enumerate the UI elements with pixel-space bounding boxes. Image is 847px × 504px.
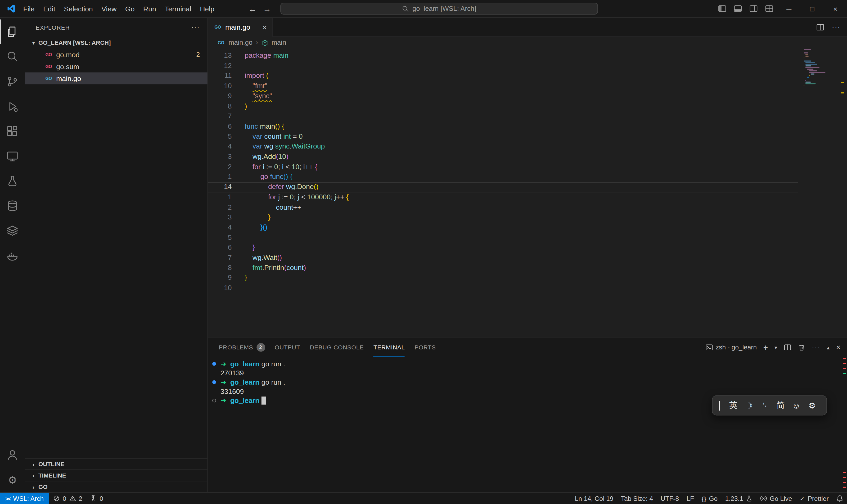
ime-emoji-button[interactable]: ☺ [789, 401, 805, 410]
close-panel-icon[interactable]: × [836, 343, 841, 352]
folder-root[interactable]: ▾ GO_LEARN [WSL: ARCH] [25, 37, 208, 49]
code-line[interactable]: 6 } [208, 243, 798, 253]
maximize-panel-icon[interactable]: ▴ [827, 344, 830, 350]
go-live-button[interactable]: Go Live [756, 492, 796, 504]
activity-layers-icon[interactable] [0, 218, 25, 243]
terminal-row[interactable]: 331609 [212, 387, 847, 396]
file-row-go-mod[interactable]: GO go.mod 2 [25, 49, 208, 60]
code-line[interactable]: 10 [208, 283, 798, 293]
accounts-icon[interactable] [0, 442, 25, 467]
menu-selection[interactable]: Selection [59, 3, 97, 14]
tab-main-go[interactable]: GO main.go × [208, 18, 273, 37]
indentation[interactable]: Tab Size: 4 [617, 492, 657, 504]
code-line[interactable]: 3 wg.Add(10) [208, 152, 798, 162]
forward-arrow-icon[interactable]: → [263, 4, 271, 13]
breadcrumb-file[interactable]: main.go [229, 39, 253, 47]
menu-run[interactable]: Run [139, 3, 160, 14]
menu-help[interactable]: Help [196, 3, 219, 14]
minimize-button[interactable]: ─ [777, 0, 801, 18]
ports-status[interactable]: 0 [86, 492, 107, 504]
code-line[interactable]: 10 "fmt" [208, 81, 798, 91]
panel-tab-output[interactable]: OUTPUT [275, 338, 300, 357]
kill-terminal-icon[interactable] [798, 344, 806, 351]
panel-tab-ports[interactable]: PORTS [415, 338, 436, 357]
remote-indicator[interactable]: >< WSL: Arch [0, 492, 49, 504]
problems-status[interactable]: 0 2 [49, 492, 86, 504]
breadcrumb-symbol[interactable]: main [272, 39, 286, 47]
terminal-dropdown-icon[interactable]: ▾ [774, 344, 777, 350]
tab-close-icon[interactable]: × [262, 23, 267, 32]
activity-testing-icon[interactable] [0, 168, 25, 194]
menu-go[interactable]: Go [121, 3, 139, 14]
terminal-instance-label[interactable]: zsh - go_learn [705, 344, 757, 351]
section-timeline[interactable]: ›TIMELINE [25, 469, 208, 481]
settings-gear-icon[interactable]: ⚙ [0, 467, 25, 492]
activity-remote-explorer-icon[interactable] [0, 144, 25, 168]
code-line[interactable]: 2 for i := 0; i < 10; i++ { [208, 162, 798, 172]
minimap[interactable] [804, 49, 839, 88]
ime-halfwidth-moon-icon[interactable]: ☽ [741, 400, 757, 410]
panel-tab-problems[interactable]: PROBLEMS2 [219, 338, 265, 357]
editor-more-actions-icon[interactable]: ··· [832, 23, 841, 32]
file-row-main-go[interactable]: GO main.go [25, 72, 208, 84]
back-arrow-icon[interactable]: ← [249, 4, 257, 13]
split-editor-icon[interactable] [816, 23, 825, 32]
code-line[interactable]: 14 defer wg.Done() [208, 182, 798, 192]
code-line[interactable]: 7 [208, 111, 798, 122]
terminal-row[interactable]: ➜ go_learn go run . [212, 359, 847, 368]
code-line[interactable]: 8) [208, 102, 798, 111]
menu-terminal[interactable]: Terminal [160, 3, 196, 14]
code-line[interactable]: 4 }() [208, 222, 798, 233]
section-outline[interactable]: ›OUTLINE [25, 458, 208, 470]
code-line[interactable]: 13package main [208, 51, 798, 61]
code-line[interactable]: 8 fmt.Println(count) [208, 263, 798, 273]
activity-run-debug-icon[interactable] [0, 94, 25, 119]
code-line[interactable]: 5 [208, 233, 798, 243]
code-line[interactable]: 2 count++ [208, 202, 798, 212]
activity-extensions-icon[interactable] [0, 119, 25, 144]
code-line[interactable]: 9 "sync" [208, 91, 798, 102]
file-row-go-sum[interactable]: GO go.sum [25, 60, 208, 73]
menu-edit[interactable]: Edit [39, 3, 59, 14]
notifications-bell[interactable] [832, 492, 847, 504]
code-line[interactable]: 4 var wg sync.WaitGroup [208, 142, 798, 152]
code-line[interactable]: 1 go func() { [208, 172, 798, 182]
activity-search-icon[interactable] [0, 44, 25, 69]
code-line[interactable]: 3 } [208, 213, 798, 222]
terminal-row[interactable]: 270139 [212, 368, 847, 378]
maximize-button[interactable]: □ [800, 0, 824, 18]
menu-file[interactable]: File [19, 3, 39, 14]
code-line[interactable]: 1 for j := 0; j < 100000; j++ { [208, 192, 798, 202]
panel-tab-debug-console[interactable]: DEBUG CONSOLE [310, 338, 364, 357]
prettier-status[interactable]: ✓Prettier [796, 492, 832, 504]
command-center-search[interactable]: go_learn [WSL: Arch] [280, 3, 598, 15]
new-terminal-icon[interactable]: + [763, 343, 768, 352]
customize-layout-icon[interactable] [765, 4, 774, 13]
ime-language-button[interactable]: 英 [725, 400, 741, 411]
close-window-button[interactable]: × [824, 0, 847, 18]
ime-simplified-button[interactable]: 简 [773, 400, 789, 411]
menu-view[interactable]: View [97, 3, 121, 14]
ime-settings-icon[interactable]: ⚙ [804, 400, 820, 410]
panel-tab-terminal[interactable]: TERMINAL [374, 338, 405, 357]
panel-more-actions-icon[interactable]: ··· [812, 343, 821, 352]
code-line[interactable]: 5 var count int = 0 [208, 131, 798, 142]
explorer-more-actions-icon[interactable]: ··· [191, 23, 200, 32]
cursor-position[interactable]: Ln 14, Col 19 [571, 492, 617, 504]
go-version[interactable]: 1.23.1 [722, 492, 756, 504]
activity-database-icon[interactable] [0, 194, 25, 218]
terminal-row[interactable]: ➜ go_learn go run . [212, 378, 847, 387]
eol-sequence[interactable]: LF [683, 492, 698, 504]
language-mode[interactable]: {}Go [698, 492, 722, 504]
code-line[interactable]: 12 [208, 61, 798, 71]
split-terminal-icon[interactable] [784, 344, 791, 351]
activity-docker-icon[interactable] [0, 243, 25, 268]
encoding[interactable]: UTF-8 [657, 492, 683, 504]
toggle-panel-icon[interactable] [734, 4, 742, 13]
activity-source-control-icon[interactable] [0, 69, 25, 94]
section-go[interactable]: ›GO [25, 481, 208, 492]
ime-punctuation-button[interactable]: ’· [757, 401, 773, 410]
code-line[interactable]: 7 wg.Wait() [208, 253, 798, 263]
activity-explorer-icon[interactable] [0, 19, 25, 44]
toggle-sidebar-icon[interactable] [718, 4, 726, 13]
